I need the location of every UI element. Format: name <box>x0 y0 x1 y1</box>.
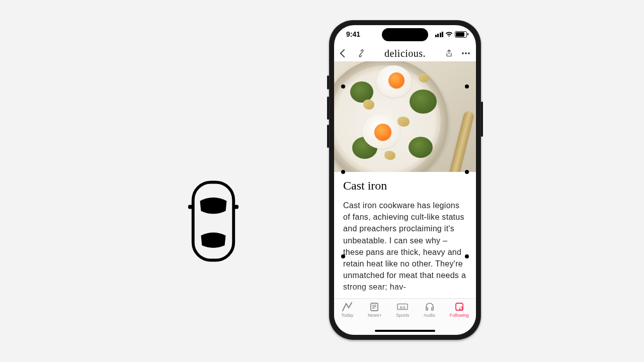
article-body: Cast iron cookware has legions of fans, … <box>343 200 467 293</box>
article-heading: Cast iron <box>343 179 467 193</box>
stage: 9:41 delicious. <box>0 0 644 362</box>
status-bar: 9:41 <box>334 25 476 45</box>
phone-button-silence <box>327 75 329 89</box>
nav-bar: delicious. <box>334 45 476 61</box>
phone-button-vol-down <box>327 125 329 148</box>
svg-text:0:0: 0:0 <box>400 305 406 310</box>
tab-label: Audio <box>424 313 435 318</box>
cellular-icon <box>435 32 444 37</box>
phone-screen: 9:41 delicious. <box>334 25 476 335</box>
newsplus-icon <box>369 302 380 312</box>
more-button[interactable] <box>461 48 471 58</box>
today-icon <box>342 302 353 312</box>
share-button[interactable] <box>444 48 454 58</box>
motion-dot <box>341 254 345 258</box>
motion-dot <box>341 170 345 174</box>
home-indicator[interactable] <box>375 330 435 332</box>
article-content[interactable]: Cast iron Cast iron cookware has legions… <box>334 172 476 293</box>
following-icon <box>454 302 465 312</box>
audio-icon <box>424 302 435 312</box>
car-top-icon <box>186 180 240 262</box>
tab-label: Sports <box>396 313 409 318</box>
article-hero-image <box>334 61 476 172</box>
svg-rect-0 <box>193 182 234 260</box>
wifi-icon <box>445 32 453 37</box>
tab-following[interactable]: Following <box>450 302 469 335</box>
motion-dot <box>341 84 345 88</box>
link-icon[interactable] <box>356 48 366 58</box>
sports-icon: 0:0 <box>397 302 408 312</box>
status-time: 9:41 <box>346 30 360 38</box>
tab-label: News+ <box>368 313 382 318</box>
phone-button-power <box>481 102 483 137</box>
dynamic-island <box>382 28 428 41</box>
battery-icon <box>455 31 467 38</box>
tab-today[interactable]: Today <box>341 302 353 335</box>
svg-rect-2 <box>233 205 238 209</box>
motion-dot <box>465 170 469 174</box>
status-indicators <box>435 31 467 38</box>
motion-dot <box>465 84 469 88</box>
back-button[interactable] <box>339 48 349 58</box>
tab-bar: Today News+ 0:0 Sports Audio Following <box>334 298 476 335</box>
tab-label: Following <box>450 313 469 318</box>
phone-button-vol-up <box>327 97 329 120</box>
tab-label: Today <box>341 313 353 318</box>
svg-rect-1 <box>188 205 193 209</box>
phone-frame: 9:41 delicious. <box>329 20 481 340</box>
motion-dot <box>465 254 469 258</box>
